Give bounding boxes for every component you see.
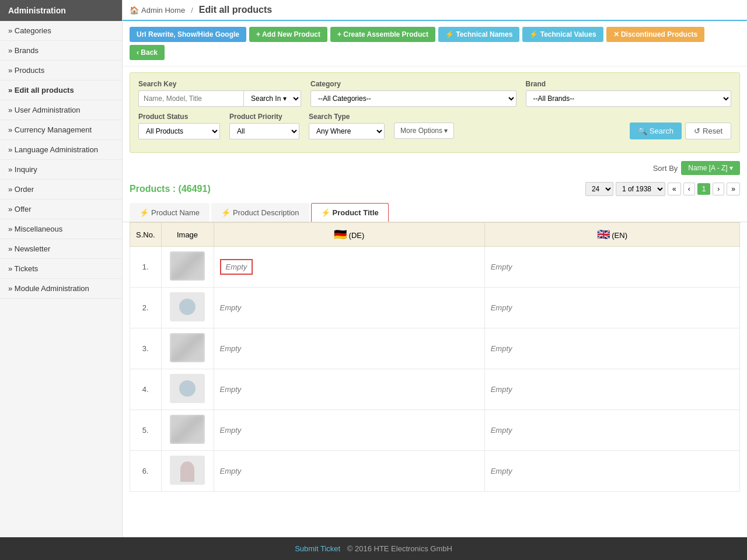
technical-names-button[interactable]: ⚡ Technical Names (438, 27, 520, 42)
discontinued-button[interactable]: ✕ Discontinued Products (606, 27, 705, 42)
sidebar-item-products[interactable]: » Products (0, 61, 122, 80)
cell-en[interactable]: Empty (484, 288, 739, 328)
cell-sno: 5. (130, 410, 162, 451)
tabs: ⚡Product Name⚡Product Description⚡Produc… (123, 203, 747, 222)
cell-image (161, 247, 214, 288)
pagination: 24 1 of 1938 « ‹ 1 › » (585, 182, 740, 196)
cell-image (161, 288, 214, 328)
search-panel: Search Key Search In ▾ Category --All Ca… (130, 72, 740, 153)
technical-values-button[interactable]: ⚡ Technical Values (522, 27, 603, 42)
table-row: 6.EmptyEmpty (130, 451, 740, 492)
en-flag: 🇬🇧 (597, 229, 610, 240)
search-key-input[interactable] (138, 90, 243, 107)
first-page-button[interactable]: « (668, 183, 681, 195)
brand-label: Brand (526, 80, 732, 88)
sidebar-item-categories[interactable]: » Categories (0, 21, 122, 41)
col-de: 🇩🇪 (DE) (214, 223, 484, 247)
cell-sno: 2. (130, 288, 162, 328)
last-page-button[interactable]: » (727, 183, 740, 195)
tab-icon-2: ⚡ (321, 208, 330, 217)
tab-icon-0: ⚡ (139, 208, 149, 217)
empty-bordered-text[interactable]: Empty (220, 259, 253, 275)
per-page-select[interactable]: 24 (585, 182, 613, 196)
search-button[interactable]: 🔍 Search (630, 123, 682, 139)
cell-en[interactable]: Empty (484, 328, 739, 369)
sidebar-item-inquiry[interactable]: » Inquiry (0, 160, 122, 180)
tab-product-name[interactable]: ⚡Product Name (130, 203, 210, 222)
cell-de[interactable]: Empty (214, 451, 484, 492)
cell-image (161, 410, 214, 451)
product-priority-select[interactable]: All (229, 123, 299, 139)
more-options-button[interactable]: More Options ▾ (394, 123, 454, 139)
breadcrumb-separator: / (191, 6, 193, 15)
url-rewrite-button[interactable]: Url Rewrite, Show/Hide Google (130, 27, 246, 42)
cell-de[interactable]: Empty (214, 369, 484, 410)
submit-ticket-link[interactable]: Submit Ticket (295, 544, 340, 553)
search-type-select[interactable]: Any Where (309, 123, 385, 139)
next-page-button[interactable]: › (713, 183, 724, 195)
cell-de[interactable]: Empty (214, 247, 484, 288)
sidebar-item-edit-all-products[interactable]: » Edit all products (0, 80, 122, 100)
table-row: 5.EmptyEmpty (130, 410, 740, 451)
tab-product-title[interactable]: ⚡Product Title (311, 203, 389, 222)
sort-button[interactable]: Name [A - Z] ▾ (681, 161, 740, 175)
table-row: 4.EmptyEmpty (130, 369, 740, 410)
sidebar-item-brands[interactable]: » Brands (0, 41, 122, 61)
sidebar-item-module-admin[interactable]: » Module Administration (0, 279, 122, 299)
product-priority-label: Product Priority (229, 113, 299, 121)
sort-label: Sort By (653, 164, 678, 173)
cell-de[interactable]: Empty (214, 288, 484, 328)
sidebar: Administration » Categories» Brands» Pro… (0, 0, 123, 537)
sidebar-item-order[interactable]: » Order (0, 180, 122, 200)
sidebar-item-offer[interactable]: » Offer (0, 200, 122, 219)
cell-en[interactable]: Empty (484, 410, 739, 451)
cell-de[interactable]: Empty (214, 328, 484, 369)
product-status-group: Product Status All Products (138, 113, 220, 139)
breadcrumb-home[interactable]: 🏠 Admin Home (130, 6, 185, 15)
add-product-button[interactable]: + Add New Product (249, 27, 327, 42)
page-select[interactable]: 1 of 1938 (616, 182, 665, 196)
sidebar-title: Administration (0, 0, 122, 21)
col-sno: S.No. (130, 223, 162, 247)
prev-page-button[interactable]: ‹ (683, 183, 695, 195)
search-type-label: Search Type (309, 113, 385, 121)
sidebar-item-tickets[interactable]: » Tickets (0, 259, 122, 279)
products-count: Products : (46491) (130, 184, 211, 194)
sidebar-item-newsletter[interactable]: » Newsletter (0, 239, 122, 259)
create-assemble-button[interactable]: + Create Assemble Product (330, 27, 435, 42)
table-row: 1.EmptyEmpty (130, 247, 740, 288)
search-in-select[interactable]: Search In ▾ (243, 90, 301, 107)
search-icon: 🔍 (638, 127, 647, 135)
table-row: 3.EmptyEmpty (130, 328, 740, 369)
product-status-select[interactable]: All Products (138, 123, 220, 139)
sidebar-item-language[interactable]: » Language Administration (0, 140, 122, 160)
current-page: 1 (697, 183, 711, 195)
cell-de[interactable]: Empty (214, 410, 484, 451)
sidebar-item-misc[interactable]: » Miscellaneous (0, 219, 122, 239)
category-select[interactable]: --All Categories-- (310, 90, 516, 107)
search-key-label: Search Key (138, 80, 301, 88)
back-button[interactable]: ‹ Back (130, 45, 165, 60)
home-icon: 🏠 (130, 6, 139, 15)
search-key-group: Search Key Search In ▾ (138, 80, 301, 107)
cell-en[interactable]: Empty (484, 247, 739, 288)
sidebar-item-currency[interactable]: » Currency Management (0, 120, 122, 140)
brand-select[interactable]: --All Brands-- (526, 90, 732, 107)
cell-en[interactable]: Empty (484, 451, 739, 492)
cell-sno: 3. (130, 328, 162, 369)
products-table: S.No. Image 🇩🇪 (DE) 🇬🇧 (EN) 1.EmptyEmpty… (130, 222, 740, 492)
sidebar-item-user-admin[interactable]: » User Administration (0, 100, 122, 120)
category-group: Category --All Categories-- (310, 80, 516, 107)
tab-product-description[interactable]: ⚡Product Description (211, 203, 309, 222)
reset-button[interactable]: ↺ Reset (685, 123, 731, 139)
table-row: 2.EmptyEmpty (130, 288, 740, 328)
reset-icon: ↺ (694, 127, 700, 135)
main-content: 🏠 Admin Home / Edit all products Url Rew… (123, 0, 747, 537)
cell-en[interactable]: Empty (484, 369, 739, 410)
category-label: Category (310, 80, 516, 88)
col-image: Image (161, 223, 214, 247)
page-title: Edit all products (199, 5, 272, 15)
cell-image (161, 369, 214, 410)
topbar: 🏠 Admin Home / Edit all products (123, 0, 747, 21)
action-bar: Url Rewrite, Show/Hide Google + Add New … (123, 21, 747, 66)
